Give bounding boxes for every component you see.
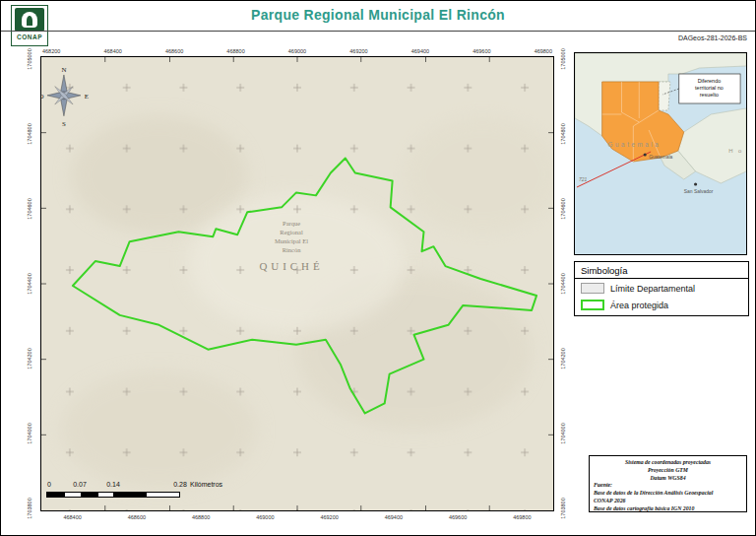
protected-area-swatch [581,300,604,310]
grid-coordinate-label: 469800 [513,514,531,520]
svg-text:Regional: Regional [280,229,303,235]
departmental-limit-swatch [581,283,604,294]
grid-labels-top: 468200 468400 468600 468800 469000 46920… [40,48,554,54]
grid-coordinate-label: 468600 [165,48,183,54]
legend-item-protected-area: Área protegida [575,296,748,315]
grid-coordinate-label: 469000 [256,514,274,520]
main-map-canvas: Parque Regional Municipal El Rincón QUIC… [41,57,553,510]
grid-coordinate-label: 1704200 [27,348,32,368]
grid-coordinate-label: 1703800 [560,498,566,518]
credits-line: CONAP 2026 [594,498,742,505]
compass-west-label: O [41,93,44,100]
grid-coordinate-label: 468800 [226,48,244,54]
grid-coordinate-label: 468400 [103,48,121,54]
grid-coordinate-label: 1704200 [560,348,566,368]
credits-line: Datum WGS84 [594,475,742,483]
legend-item-label: Área protegida [610,301,668,310]
grid-coordinate-label: 469800 [535,48,552,54]
grid-coordinate-label: 1704800 [27,123,32,144]
grid-coordinate-label: 469000 [288,48,306,54]
legend-item-label: Límite Departamental [610,284,695,294]
inset-locator-map: Diferendo territorial no resuelto Guatem… [574,52,747,255]
grid-coordinate-label: 1703800 [27,498,32,518]
scale-number: 0.14 [106,481,120,488]
compass-south-label: S [62,120,66,128]
capital-city-dot [644,153,647,156]
inset-canvas: Diferendo territorial no resuelto Guatem… [575,53,746,254]
grid-coordinate-label: 469400 [411,48,429,54]
page-title: Parque Regional Municipal El Rincón [1,7,755,23]
compass-east-label: E [85,93,89,100]
scale-number: 0.28 [173,481,187,488]
credits-line: Fuente: [594,482,742,490]
legend-panel: Simbología Límite Departamental Área pro… [574,261,749,316]
grid-coordinate-label: 1704600 [27,198,32,219]
grid-labels-right: 1705000 1704800 1704600 1704400 1704200 … [558,56,568,511]
grid-coordinate-label: 469600 [449,514,467,520]
grid-coordinate-label: 468600 [128,514,146,520]
grid-coordinate-label: 468800 [192,514,210,520]
san-salvador-label: San Salvador [684,189,714,194]
grid-labels-bottom: 468400 468600 468800 469000 469200 46940… [40,514,554,520]
country-name-label: Guatemala [608,141,662,148]
svg-text:Parque: Parque [283,220,300,227]
scale-number: 0 [47,481,51,488]
svg-text:resuelto: resuelto [700,92,719,98]
belize-area [659,82,670,110]
credits-line: Base de datos de la Dirección Análisis G… [594,490,742,498]
grid-coordinate-label: 1705000 [27,48,32,69]
grid-coordinate-label: 1704600 [560,198,566,219]
grid-coordinate-label: 1704000 [27,423,32,443]
header-divider [1,31,755,32]
grid-coordinate-label: 1704400 [560,273,566,294]
san-salvador-dot [694,182,697,185]
grid-coordinate-label: 468400 [63,514,81,520]
grid-coordinate-label: 468200 [42,48,60,54]
honduras-partial-label: H o [728,148,743,154]
scale-number: 0.07 [73,481,87,488]
grid-cross-marks [41,57,553,510]
grid-coordinate-label: 1704000 [560,423,566,443]
grid-coordinate-label: 469200 [349,48,367,54]
svg-text:territorial no: territorial no [695,85,724,91]
credits-line: Proyección GTM [594,467,742,475]
grid-coordinate-label: 469200 [320,514,338,520]
conap-logo-label: CONAP [17,34,42,40]
legend-item-departmental-limit: Límite Departamental [575,279,748,296]
department-label: QUICHÉ [259,260,323,272]
grid-coordinate-label: 1704800 [560,123,566,144]
grid-coordinate-label: 1705000 [560,48,566,69]
grid-labels-left: 1705000 1704800 1704600 1704400 1704200 … [25,56,34,511]
main-map: Parque Regional Municipal El Rincón QUIC… [40,56,554,511]
document-id: DAGeos-281-2026-BS [678,34,747,41]
credits-box: Sistema de coordenadas proyectadas Proye… [589,455,747,512]
grid-coordinate-label: 1704400 [27,273,32,294]
scale-unit-label: Kilómetros [190,481,222,488]
map-sheet: CONAP Parque Regional Municipal El Rincó… [0,0,756,536]
scale-bar-graphic [46,492,180,498]
credits-line: Sistema de coordenadas proyectadas [594,459,742,467]
svg-text:Municipal El: Municipal El [275,237,308,244]
credits-line: Base de datos cartografía básica IGN 201… [594,505,742,513]
compass-north-label: N [61,66,66,74]
svg-text:Rincón: Rincón [283,246,301,253]
scale-bar: 0 0.07 0.14 0.28 Kilómetros [46,481,263,504]
inset-corner-label: 721 [579,177,587,182]
svg-text:Diferendo: Diferendo [698,78,722,84]
grid-coordinate-label: 469600 [472,48,490,54]
legend-title: Simbología [575,262,748,279]
capital-city-label: Guatemala [649,155,672,160]
grid-coordinate-label: 469400 [385,514,403,520]
